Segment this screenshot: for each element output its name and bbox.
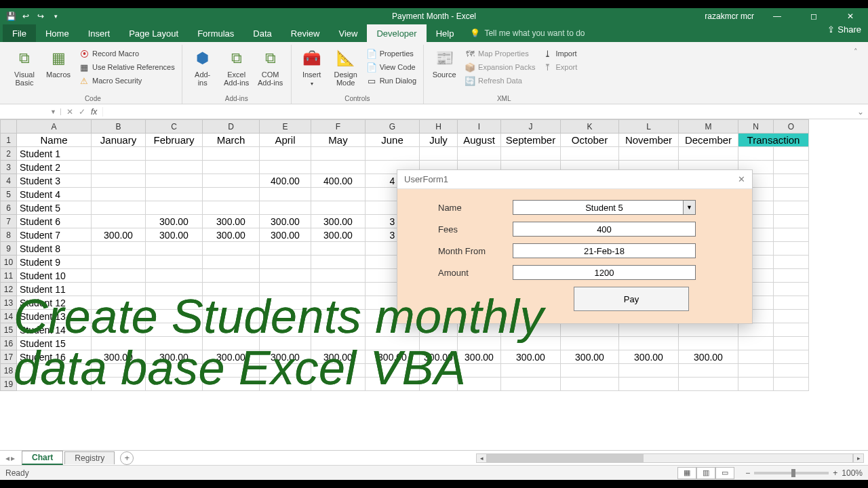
fx-icon[interactable]: fx — [91, 107, 97, 117]
sheet-prev-icon[interactable]: ◂ — [5, 453, 9, 463]
header-cell[interactable]: March — [203, 134, 260, 147]
cell[interactable] — [92, 242, 146, 256]
cell[interactable] — [501, 378, 561, 391]
header-cell[interactable]: September — [501, 134, 561, 147]
header-cell[interactable]: October — [561, 134, 619, 147]
addins-button[interactable]: ⬢Add- ins — [188, 46, 218, 94]
cell[interactable] — [774, 242, 809, 256]
record-macro-button[interactable]: ⦿Record Macro — [77, 47, 176, 60]
cell[interactable]: Student 1 — [17, 147, 92, 161]
cell[interactable]: 300.00 — [260, 228, 311, 242]
cell[interactable] — [146, 283, 203, 296]
cell[interactable]: 300.00 — [311, 350, 366, 364]
cell[interactable]: Student 10 — [17, 269, 92, 283]
chevron-down-icon[interactable]: ▼ — [683, 201, 695, 214]
tab-file[interactable]: File — [3, 24, 36, 42]
cell[interactable]: Student 5 — [17, 201, 92, 215]
cell[interactable] — [146, 378, 203, 391]
cell[interactable] — [311, 364, 366, 378]
cell[interactable] — [311, 378, 366, 391]
tab-developer[interactable]: Developer — [367, 24, 426, 42]
header-cell[interactable]: November — [619, 134, 679, 147]
cell[interactable] — [203, 310, 260, 323]
macro-security-button[interactable]: ⚠Macro Security — [77, 75, 176, 87]
zoom-out-button[interactable]: − — [745, 468, 750, 478]
cancel-formula-icon[interactable]: ✕ — [66, 107, 73, 117]
enter-formula-icon[interactable]: ✓ — [79, 107, 85, 117]
cell[interactable] — [92, 188, 146, 201]
cell[interactable]: 300.00 — [146, 215, 203, 228]
cell[interactable] — [679, 364, 738, 378]
cell[interactable] — [311, 256, 366, 269]
tab-page-layout[interactable]: Page Layout — [119, 24, 188, 42]
cell[interactable] — [420, 337, 458, 350]
cell[interactable] — [92, 364, 146, 378]
cell[interactable]: Student 14 — [17, 323, 92, 337]
cell[interactable] — [420, 364, 458, 378]
row-header[interactable]: 18 — [1, 364, 17, 378]
cell[interactable] — [203, 161, 260, 174]
cell[interactable] — [774, 256, 809, 269]
sheet-next-icon[interactable]: ▸ — [11, 453, 15, 463]
cell[interactable] — [366, 323, 420, 337]
cell[interactable] — [774, 174, 809, 188]
tab-view[interactable]: View — [329, 24, 367, 42]
cell[interactable] — [92, 337, 146, 350]
header-cell[interactable]: August — [458, 134, 501, 147]
cell[interactable] — [260, 296, 311, 310]
row-header[interactable]: 4 — [1, 174, 17, 188]
row-header[interactable]: 13 — [1, 296, 17, 310]
cell[interactable] — [203, 188, 260, 201]
cell[interactable] — [146, 364, 203, 378]
amount-input[interactable]: 1200 — [513, 265, 696, 280]
xml-import-button[interactable]: ⤓Import — [540, 47, 578, 60]
cell[interactable] — [774, 310, 809, 323]
zoom-in-button[interactable]: + — [833, 468, 837, 478]
cell[interactable] — [458, 364, 501, 378]
cell[interactable] — [501, 337, 561, 350]
cell[interactable] — [92, 269, 146, 283]
cell[interactable] — [146, 310, 203, 323]
cell[interactable] — [458, 337, 501, 350]
cell[interactable] — [774, 323, 809, 337]
row-header[interactable]: 6 — [1, 201, 17, 215]
col-header-H[interactable]: H — [420, 120, 458, 134]
header-cell[interactable]: December — [679, 134, 738, 147]
cell[interactable]: Student 16 — [17, 350, 92, 364]
cell[interactable]: 300.00 — [92, 350, 146, 364]
cell[interactable] — [774, 296, 809, 310]
cell[interactable] — [738, 337, 774, 350]
view-page-layout-button[interactable]: ▥ — [696, 467, 715, 479]
cell[interactable] — [260, 323, 311, 337]
cell[interactable]: 300.00 — [501, 350, 561, 364]
cell[interactable] — [311, 188, 366, 201]
cell[interactable]: 300.00 — [679, 350, 738, 364]
cell[interactable] — [260, 256, 311, 269]
undo-icon[interactable]: ↩ — [20, 11, 31, 22]
cell[interactable] — [203, 147, 260, 161]
cell[interactable] — [260, 337, 311, 350]
col-header-C[interactable]: C — [146, 120, 203, 134]
new-sheet-button[interactable]: + — [120, 451, 134, 465]
cell[interactable] — [146, 188, 203, 201]
header-cell[interactable]: April — [260, 134, 311, 147]
view-code-button[interactable]: 📄View Code — [365, 61, 418, 73]
cell[interactable] — [458, 323, 501, 337]
row-header[interactable]: 14 — [1, 310, 17, 323]
cell[interactable] — [146, 296, 203, 310]
cell[interactable]: 400.00 — [311, 174, 366, 188]
row-header[interactable]: 5 — [1, 188, 17, 201]
cell[interactable] — [92, 283, 146, 296]
cell[interactable] — [146, 174, 203, 188]
cell[interactable] — [366, 378, 420, 391]
row-header[interactable]: 15 — [1, 323, 17, 337]
cell[interactable] — [561, 378, 619, 391]
cell[interactable] — [679, 147, 738, 161]
row-header[interactable]: 1 — [1, 134, 17, 147]
row-header[interactable]: 16 — [1, 337, 17, 350]
cell[interactable] — [203, 269, 260, 283]
cell[interactable] — [366, 147, 420, 161]
cell[interactable] — [203, 378, 260, 391]
cell[interactable] — [92, 174, 146, 188]
cell[interactable] — [260, 161, 311, 174]
